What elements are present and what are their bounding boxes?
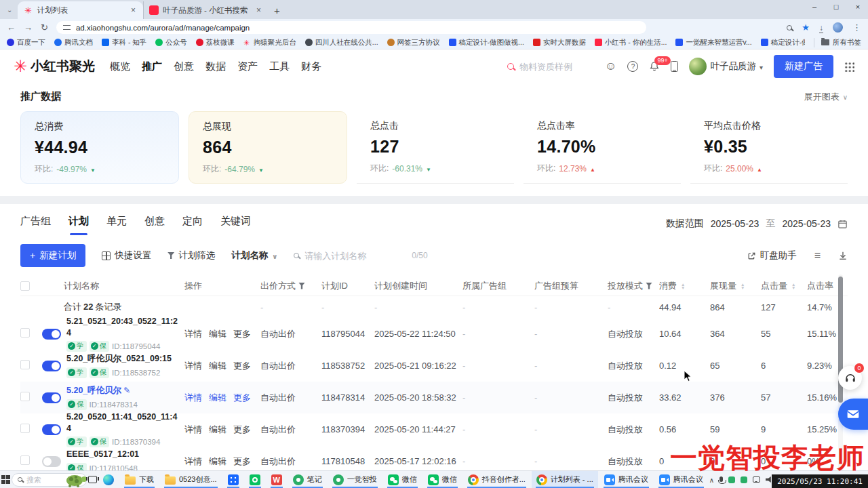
feedback-icon[interactable] [605,60,616,73]
new-ad-button[interactable]: 新建广告 [774,55,833,78]
downloads-icon[interactable] [819,22,823,33]
app-grid-icon[interactable] [844,62,854,72]
column-header[interactable]: 广告组预算 [534,280,608,292]
column-header[interactable]: 点击率 [807,280,838,292]
reload-icon[interactable] [41,22,48,33]
table-row[interactable]: 5.21_0521_20:43_0522_11:24学保ID:118795044… [20,318,848,350]
tab-0[interactable]: 广告组 [20,215,51,235]
taskbar-app[interactable]: 抖音创作者... [463,471,530,488]
taskbar-app[interactable]: 一觉智投 [328,471,382,488]
browser-tab[interactable]: 叶子品质游 - 小红书搜索 [143,1,269,19]
row-checkbox[interactable] [20,328,30,338]
row-action[interactable]: 更多 [233,392,251,404]
sort-icon[interactable] [681,283,685,289]
bookmark-item[interactable]: 拘猿聚光后台 [243,38,296,47]
column-settings-icon[interactable] [814,249,821,262]
tab-2[interactable]: 单元 [106,215,127,235]
row-checkbox[interactable] [20,360,30,369]
bookmark-star-icon[interactable] [802,22,810,33]
row-action[interactable]: 编辑 [209,360,226,372]
edit-name-icon[interactable] [121,386,130,395]
table-row[interactable]: 5.20_呼伦贝尔_0521_09:15学保ID:118538752详情编辑更多… [20,350,848,382]
bookmark-item[interactable]: 稿定设计-做图做视... [761,38,805,47]
zoom-icon[interactable] [787,25,792,30]
plan-toggle[interactable] [42,329,61,340]
window-close-icon[interactable] [853,3,863,11]
taskbar-app[interactable] [98,471,119,488]
start-button[interactable] [1,471,10,488]
date-end[interactable]: 2025-05-23 [782,218,831,229]
browser-tab[interactable]: 计划列表 [18,1,143,19]
nav-item[interactable]: 数据 [205,60,226,73]
tab-close-icon[interactable] [254,5,263,15]
row-action[interactable]: 详情 [184,328,202,340]
site-settings-icon[interactable] [63,25,71,30]
row-checkbox[interactable] [20,455,30,465]
calendar-icon[interactable] [837,219,848,229]
taskbar-app[interactable] [267,471,287,488]
column-header[interactable]: 出价方式 [260,280,321,292]
column-header[interactable]: 点击量 [761,280,807,292]
stat-card[interactable]: 总点击127环比:-60.31% [357,111,514,184]
monitor-assistant-button[interactable]: 盯盘助手 [747,249,797,262]
url-bar[interactable]: ad.xiaohongshu.com/aurora/ad/manage/camp… [56,21,646,34]
stat-card[interactable]: 平均点击价格¥0.35环比:25.00% [690,111,848,184]
row-action[interactable]: 编辑 [209,328,226,340]
download-icon[interactable] [838,251,848,260]
all-bookmarks[interactable]: 所有书签 [814,38,861,47]
bookmark-item[interactable]: 一觉醒来智慧运营v... [675,38,751,47]
bookmark-item[interactable]: 百度一下 [7,38,45,47]
profile-icon[interactable] [833,22,843,33]
plan-filter-button[interactable]: 计划筛选 [167,249,215,262]
mobile-app-icon[interactable] [671,61,678,72]
bookmark-item[interactable]: 稿定设计-做图做视... [449,38,524,47]
nav-item[interactable]: 概览 [110,60,130,73]
tab-4[interactable]: 定向 [182,215,203,235]
taskbar-app[interactable]: 腾讯会议 [599,471,653,488]
row-checkbox[interactable] [20,424,30,433]
row-action[interactable]: 编辑 [209,392,226,404]
row-action[interactable]: 编辑 [209,424,226,436]
plan-name[interactable]: 5.21_0521_20:43_0522_11:24 [66,316,180,338]
nav-item[interactable]: 创意 [174,60,194,73]
quick-settings-button[interactable]: 快捷设置 [102,249,151,262]
nav-item[interactable]: 推广 [142,60,162,73]
bookmark-item[interactable]: 小红书 - 你的生活... [595,38,667,47]
row-checkbox[interactable] [20,392,30,401]
column-header[interactable]: 操作 [184,280,260,292]
plan-name[interactable]: 5.20_呼伦贝尔 [66,385,138,396]
filter-icon[interactable] [298,283,305,289]
window-minimize-icon[interactable] [810,3,819,11]
new-tab-button[interactable] [269,2,285,18]
microphone-icon[interactable] [719,476,723,482]
row-action[interactable]: 编辑 [209,455,226,468]
column-header[interactable]: 消费 [659,280,710,292]
back-icon[interactable] [7,22,16,33]
row-action[interactable]: 详情 [184,455,202,468]
help-icon[interactable] [627,61,638,72]
row-action[interactable]: 更多 [233,455,251,468]
taskbar-app[interactable]: 计划列表 - ... [532,471,598,488]
plan-name[interactable]: EEEE_0517_12:01 [66,449,139,460]
column-header[interactable]: 所属广告组 [462,280,534,292]
taskbar-app[interactable]: 0523创意... [160,471,222,488]
header-search[interactable] [507,62,594,72]
header-search-input[interactable] [519,62,594,72]
notifications-icon[interactable]: 99+ [649,61,660,72]
tray-expand-icon[interactable] [709,476,714,484]
stat-card[interactable]: 总消费¥44.94环比:-49.97% [20,111,179,184]
plan-search[interactable]: 0/50 [294,251,427,261]
select-all-checkbox[interactable] [20,281,30,291]
app-logo[interactable]: 小红书聚光 [14,57,95,76]
tab-plan[interactable]: 计划 [68,215,89,235]
plan-toggle[interactable] [42,361,61,371]
row-action[interactable]: 详情 [184,360,202,372]
sort-icon[interactable] [791,283,795,289]
plan-toggle[interactable] [42,392,61,403]
wechat-tray-icon[interactable] [741,476,747,483]
row-action[interactable]: 更多 [233,328,251,340]
column-header[interactable]: 展现量 [710,280,761,292]
expand-chart-button[interactable]: 展开图表 [804,91,848,103]
taskbar-app[interactable]: 笔记 [288,471,327,488]
forward-icon[interactable] [24,22,33,33]
